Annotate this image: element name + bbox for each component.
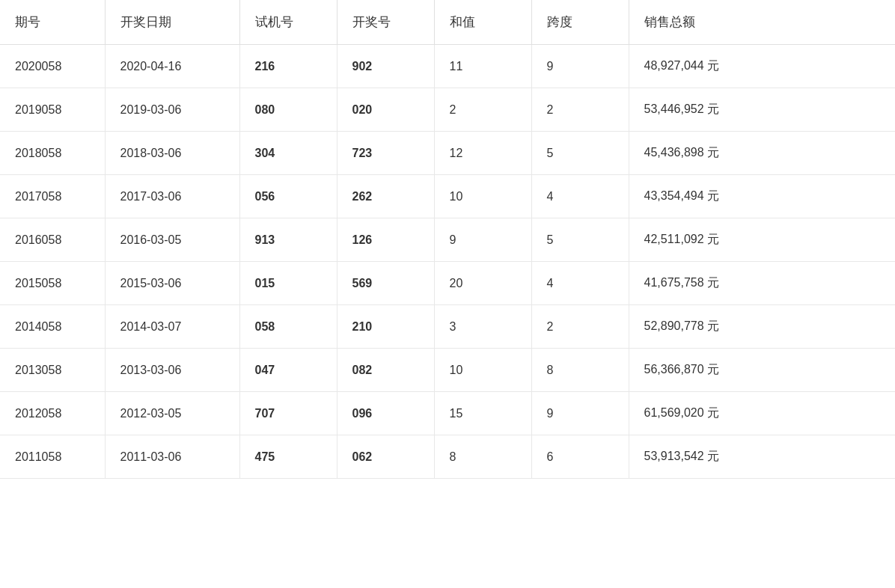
cell-winning: 723 — [337, 132, 434, 175]
cell-sum: 11 — [434, 45, 531, 88]
cell-winning: 126 — [337, 218, 434, 262]
cell-winning: 062 — [337, 435, 434, 479]
cell-period: 2011058 — [0, 435, 105, 479]
cell-span: 6 — [531, 435, 629, 479]
cell-sales: 53,913,542 元 — [629, 435, 895, 479]
col-header-span: 跨度 — [531, 0, 629, 45]
cell-date: 2012-03-05 — [105, 392, 239, 435]
cell-span: 2 — [531, 305, 629, 349]
cell-date: 2018-03-06 — [105, 132, 239, 175]
cell-period: 2015058 — [0, 262, 105, 305]
cell-span: 5 — [531, 218, 629, 262]
cell-sales: 53,446,952 元 — [629, 88, 895, 132]
col-header-trial: 试机号 — [239, 0, 337, 45]
cell-span: 9 — [531, 392, 629, 435]
cell-trial: 056 — [239, 175, 337, 218]
cell-trial: 304 — [239, 132, 337, 175]
col-header-period: 期号 — [0, 0, 105, 45]
cell-sales: 43,354,494 元 — [629, 175, 895, 218]
cell-trial: 707 — [239, 392, 337, 435]
table-container: 期号 开奖日期 试机号 开奖号 和值 跨度 销售总额 20200582020-0… — [0, 0, 895, 588]
lottery-table: 期号 开奖日期 试机号 开奖号 和值 跨度 销售总额 20200582020-0… — [0, 0, 895, 479]
table-header-row: 期号 开奖日期 试机号 开奖号 和值 跨度 销售总额 — [0, 0, 895, 45]
table-row: 20160582016-03-059131269542,511,092 元 — [0, 218, 895, 262]
table-row: 20140582014-03-070582103252,890,778 元 — [0, 305, 895, 349]
cell-sales: 45,436,898 元 — [629, 132, 895, 175]
cell-winning: 210 — [337, 305, 434, 349]
cell-sum: 9 — [434, 218, 531, 262]
table-row: 20200582020-04-1621690211948,927,044 元 — [0, 45, 895, 88]
cell-sum: 20 — [434, 262, 531, 305]
cell-date: 2020-04-16 — [105, 45, 239, 88]
cell-span: 4 — [531, 262, 629, 305]
col-header-sales: 销售总额 — [629, 0, 895, 45]
cell-date: 2011-03-06 — [105, 435, 239, 479]
cell-sales: 48,927,044 元 — [629, 45, 895, 88]
cell-sales: 56,366,870 元 — [629, 349, 895, 392]
cell-period: 2020058 — [0, 45, 105, 88]
cell-date: 2014-03-07 — [105, 305, 239, 349]
cell-period: 2018058 — [0, 132, 105, 175]
cell-sum: 12 — [434, 132, 531, 175]
cell-sales: 52,890,778 元 — [629, 305, 895, 349]
table-row: 20110582011-03-064750628653,913,542 元 — [0, 435, 895, 479]
table-row: 20180582018-03-0630472312545,436,898 元 — [0, 132, 895, 175]
cell-sum: 8 — [434, 435, 531, 479]
cell-date: 2016-03-05 — [105, 218, 239, 262]
cell-date: 2017-03-06 — [105, 175, 239, 218]
cell-winning: 082 — [337, 349, 434, 392]
cell-trial: 913 — [239, 218, 337, 262]
cell-trial: 216 — [239, 45, 337, 88]
cell-period: 2017058 — [0, 175, 105, 218]
table-row: 20150582015-03-0601556920441,675,758 元 — [0, 262, 895, 305]
col-header-winning: 开奖号 — [337, 0, 434, 45]
cell-date: 2019-03-06 — [105, 88, 239, 132]
col-header-sum: 和值 — [434, 0, 531, 45]
cell-date: 2013-03-06 — [105, 349, 239, 392]
cell-period: 2014058 — [0, 305, 105, 349]
col-header-date: 开奖日期 — [105, 0, 239, 45]
cell-trial: 058 — [239, 305, 337, 349]
cell-span: 4 — [531, 175, 629, 218]
cell-sum: 3 — [434, 305, 531, 349]
table-row: 20170582017-03-0605626210443,354,494 元 — [0, 175, 895, 218]
table-row: 20190582019-03-060800202253,446,952 元 — [0, 88, 895, 132]
cell-trial: 015 — [239, 262, 337, 305]
cell-sum: 2 — [434, 88, 531, 132]
cell-sum: 15 — [434, 392, 531, 435]
cell-date: 2015-03-06 — [105, 262, 239, 305]
table-row: 20120582012-03-0570709615961,569,020 元 — [0, 392, 895, 435]
cell-span: 9 — [531, 45, 629, 88]
cell-span: 5 — [531, 132, 629, 175]
cell-span: 8 — [531, 349, 629, 392]
cell-sales: 42,511,092 元 — [629, 218, 895, 262]
cell-span: 2 — [531, 88, 629, 132]
cell-trial: 475 — [239, 435, 337, 479]
cell-winning: 569 — [337, 262, 434, 305]
cell-sales: 41,675,758 元 — [629, 262, 895, 305]
cell-period: 2019058 — [0, 88, 105, 132]
cell-trial: 047 — [239, 349, 337, 392]
cell-period: 2013058 — [0, 349, 105, 392]
cell-period: 2016058 — [0, 218, 105, 262]
table-row: 20130582013-03-0604708210856,366,870 元 — [0, 349, 895, 392]
cell-winning: 902 — [337, 45, 434, 88]
cell-sum: 10 — [434, 349, 531, 392]
cell-sales: 61,569,020 元 — [629, 392, 895, 435]
cell-sum: 10 — [434, 175, 531, 218]
cell-winning: 096 — [337, 392, 434, 435]
cell-trial: 080 — [239, 88, 337, 132]
cell-period: 2012058 — [0, 392, 105, 435]
cell-winning: 020 — [337, 88, 434, 132]
cell-winning: 262 — [337, 175, 434, 218]
